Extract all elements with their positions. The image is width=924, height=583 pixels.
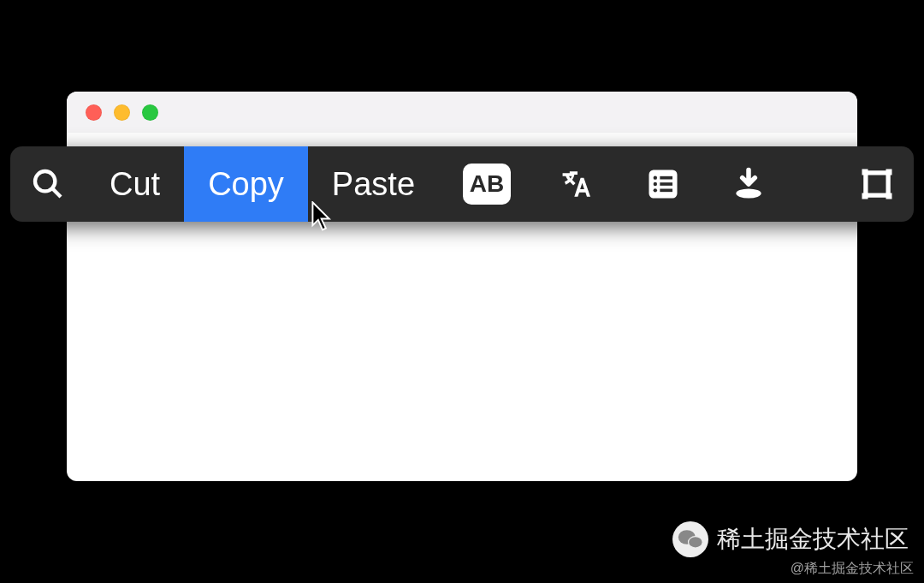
minimize-button[interactable] (114, 104, 130, 121)
popclip-toolbar: Cut Copy Paste AB (10, 146, 914, 222)
svg-point-0 (35, 171, 55, 191)
svg-rect-10 (862, 170, 868, 175)
svg-rect-6 (660, 182, 672, 186)
download-icon (730, 165, 767, 203)
watermark-small: @稀土掘金技术社区 (791, 560, 914, 578)
ab-action[interactable]: AB (439, 146, 535, 222)
svg-rect-4 (660, 176, 672, 180)
copy-action[interactable]: Copy (184, 146, 308, 222)
svg-point-9 (736, 189, 761, 199)
translate-action[interactable] (535, 146, 620, 222)
frame-action[interactable] (840, 146, 914, 222)
svg-point-15 (689, 537, 703, 548)
watermark-main: 稀土掘金技术社区 (672, 521, 909, 557)
svg-rect-12 (862, 193, 868, 199)
wechat-icon (672, 521, 708, 557)
search-icon (31, 167, 65, 201)
svg-rect-11 (886, 170, 892, 175)
cut-action[interactable]: Cut (86, 146, 184, 222)
svg-line-1 (52, 188, 61, 197)
svg-point-7 (654, 188, 657, 192)
svg-rect-8 (660, 189, 672, 193)
paste-action[interactable]: Paste (308, 146, 439, 222)
close-button[interactable] (86, 104, 102, 121)
zoom-button[interactable] (142, 104, 158, 121)
svg-point-3 (654, 175, 657, 179)
translate-icon (559, 165, 596, 203)
download-action[interactable] (706, 146, 791, 222)
window-titlebar (67, 92, 857, 133)
frame-icon (859, 166, 895, 202)
svg-rect-13 (886, 193, 892, 199)
list-icon (644, 165, 682, 203)
watermark-text: 稀土掘金技术社区 (717, 523, 909, 556)
svg-point-5 (654, 182, 657, 186)
list-action[interactable] (620, 146, 706, 222)
ab-icon: AB (463, 164, 511, 205)
search-action[interactable] (10, 146, 86, 222)
